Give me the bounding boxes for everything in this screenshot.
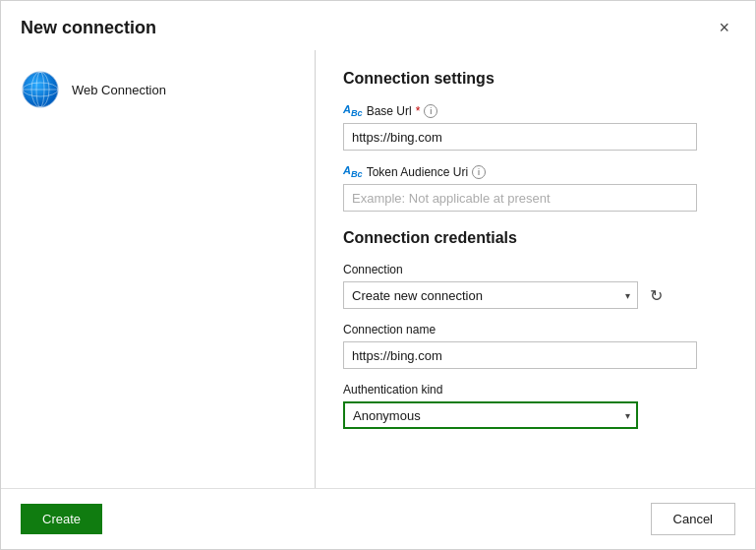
credentials-title: Connection credentials	[343, 229, 727, 247]
connection-field-label: Connection	[343, 263, 727, 276]
connection-name-field-group: Connection name	[343, 323, 727, 369]
auth-kind-field-group: Authentication kind Anonymous Basic OAut…	[343, 383, 727, 429]
new-connection-dialog: New connection ×	[0, 0, 756, 550]
connection-name-label: Connection name	[343, 323, 727, 336]
token-audience-label: ABc Token Audience Uri i	[343, 164, 727, 179]
cancel-button[interactable]: Cancel	[651, 503, 735, 535]
auth-kind-label: Authentication kind	[343, 383, 727, 397]
token-audience-field-group: ABc Token Audience Uri i	[343, 164, 727, 212]
dialog-body: Web Connection Connection settings ABc B…	[1, 50, 755, 488]
close-button[interactable]: ×	[713, 17, 735, 38]
dialog-title: New connection	[21, 18, 156, 38]
auth-kind-select-wrapper: Anonymous Basic OAuth2 ▾	[343, 401, 638, 429]
connection-name-input[interactable]	[343, 341, 697, 369]
globe-icon	[21, 70, 60, 109]
connection-select-wrapper: Create new connection ▾	[343, 281, 638, 309]
right-panel: Connection settings ABc Base Url * i ABc…	[316, 50, 755, 488]
base-url-info-icon[interactable]: i	[424, 104, 437, 118]
connection-select[interactable]: Create new connection	[343, 281, 638, 309]
token-abc-icon: ABc	[343, 164, 363, 179]
refresh-button[interactable]: ↻	[646, 284, 667, 307]
create-button[interactable]: Create	[21, 504, 102, 534]
settings-title: Connection settings	[343, 70, 727, 88]
connection-field-group: Connection Create new connection ▾ ↻	[343, 263, 727, 309]
connection-select-row: Create new connection ▾ ↻	[343, 281, 727, 309]
base-url-field-group: ABc Base Url * i	[343, 103, 727, 151]
connection-item: Web Connection	[21, 70, 166, 109]
connection-label: Web Connection	[72, 83, 166, 97]
token-info-icon[interactable]: i	[472, 165, 486, 179]
base-url-label: ABc Base Url * i	[343, 103, 727, 118]
left-panel: Web Connection	[1, 50, 316, 488]
base-url-input[interactable]	[343, 123, 697, 151]
dialog-footer: Create Cancel	[1, 488, 755, 549]
token-audience-input[interactable]	[343, 184, 697, 212]
dialog-header: New connection ×	[1, 1, 755, 50]
credentials-section: Connection credentials Connection Create…	[343, 229, 727, 429]
auth-kind-select[interactable]: Anonymous Basic OAuth2	[343, 401, 638, 429]
base-url-abc-icon: ABc	[343, 103, 363, 118]
base-url-required: *	[416, 104, 421, 118]
